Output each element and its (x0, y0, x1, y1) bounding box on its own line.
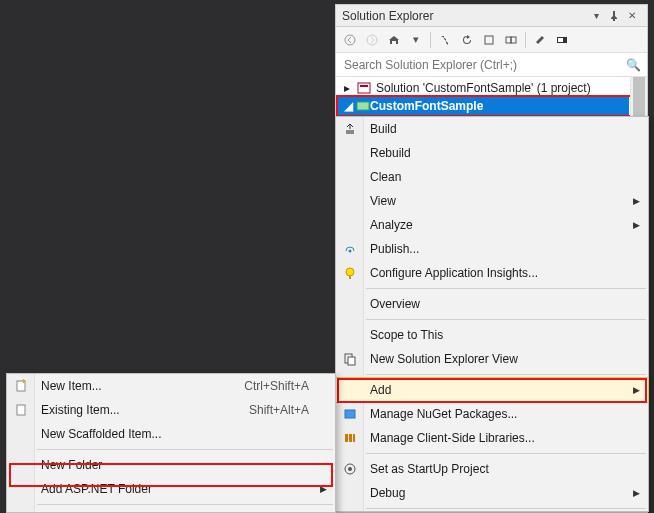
scrollbar[interactable] (630, 77, 647, 117)
menu-existing-item[interactable]: Existing Item... Shift+Alt+A (7, 398, 335, 422)
library-icon (342, 430, 358, 446)
collapse-icon[interactable]: ◢ (344, 99, 356, 113)
expand-icon[interactable]: ▸ (344, 81, 356, 95)
panel-titlebar: Solution Explorer ▾ ✕ (336, 5, 647, 27)
separator (366, 288, 646, 289)
svg-rect-15 (348, 357, 355, 365)
svg-rect-17 (345, 434, 348, 442)
existing-item-icon (13, 402, 29, 418)
svg-rect-2 (485, 36, 493, 44)
menu-new-item[interactable]: New Item... Ctrl+Shift+A (7, 374, 335, 398)
refresh-icon[interactable] (457, 30, 477, 50)
svg-point-11 (349, 250, 352, 253)
menu-startup[interactable]: Set as StartUp Project (336, 457, 648, 481)
svg-rect-3 (506, 37, 511, 43)
properties-icon[interactable] (530, 30, 550, 50)
startup-icon (342, 461, 358, 477)
menu-build[interactable]: Build (336, 117, 648, 141)
insights-icon (342, 265, 358, 281)
menu-scope[interactable]: Scope to This (336, 323, 648, 347)
separator (366, 453, 646, 454)
pin-icon[interactable] (605, 7, 623, 25)
build-icon (342, 121, 358, 137)
svg-rect-4 (511, 37, 516, 43)
solution-tree[interactable]: ▸ Solution 'CustomFontSample' (1 project… (336, 77, 647, 117)
panel-toolbar: ▾ (336, 27, 647, 53)
menu-nuget[interactable]: Manage NuGet Packages... (336, 402, 648, 426)
context-menu-main: Build Rebuild Clean View▶ Analyze▶ Publi… (335, 116, 649, 512)
svg-rect-13 (349, 276, 351, 279)
separator (37, 504, 333, 505)
menu-aspnet-folder[interactable]: Add ASP.NET Folder▶ (7, 477, 335, 501)
show-all-icon[interactable] (501, 30, 521, 50)
menu-rebuild[interactable]: Rebuild (336, 141, 648, 165)
menu-overview[interactable]: Overview (336, 292, 648, 316)
menu-new-folder[interactable]: New Folder (7, 453, 335, 477)
close-icon[interactable]: ✕ (623, 7, 641, 25)
menu-analyze[interactable]: Analyze▶ (336, 213, 648, 237)
menu-app-insights[interactable]: Configure Application Insights... (336, 261, 648, 285)
svg-rect-23 (17, 405, 25, 415)
menu-clean[interactable]: Clean (336, 165, 648, 189)
solution-icon (356, 81, 372, 95)
svg-rect-10 (346, 130, 354, 134)
dropdown-icon[interactable]: ▾ (587, 7, 605, 25)
app-root: Solution Explorer ▾ ✕ ▾ (0, 0, 654, 513)
svg-rect-8 (360, 85, 368, 87)
separator (37, 449, 333, 450)
svg-rect-7 (358, 83, 370, 93)
collapse-icon[interactable] (479, 30, 499, 50)
menu-client-libs[interactable]: Manage Client-Side Libraries... (336, 426, 648, 450)
forward-icon[interactable] (362, 30, 382, 50)
separator (366, 508, 646, 509)
menu-new-view[interactable]: New Solution Explorer View (336, 347, 648, 371)
search-box[interactable]: 🔍 (336, 53, 647, 77)
preview-icon[interactable] (552, 30, 572, 50)
chevron-right-icon: ▶ (633, 488, 640, 498)
panel-title-text: Solution Explorer (342, 9, 433, 23)
menu-view[interactable]: View▶ (336, 189, 648, 213)
project-node-selected[interactable]: ◢ CustomFontSample (336, 97, 629, 115)
chevron-right-icon: ▶ (633, 196, 640, 206)
nuget-icon (342, 406, 358, 422)
separator (366, 374, 646, 375)
project-label: CustomFontSample (370, 99, 483, 113)
home-icon[interactable] (384, 30, 404, 50)
svg-point-0 (345, 35, 355, 45)
sync-icon[interactable]: ▾ (406, 30, 426, 50)
shortcut-label: Ctrl+Shift+A (244, 379, 309, 393)
shortcut-label: Shift+Alt+A (249, 403, 309, 417)
search-input[interactable] (342, 57, 626, 73)
menu-add[interactable]: Add ▶ (336, 378, 648, 402)
svg-point-21 (348, 467, 352, 471)
menu-container-orch[interactable]: Container Orchestrator Support (7, 508, 335, 513)
solution-node[interactable]: ▸ Solution 'CustomFontSample' (1 project… (336, 79, 647, 97)
new-view-icon (342, 351, 358, 367)
back-icon[interactable] (340, 30, 360, 50)
search-icon[interactable]: 🔍 (626, 58, 641, 72)
solution-label: Solution 'CustomFontSample' (1 project) (376, 81, 591, 95)
project-icon (356, 100, 370, 112)
menu-scaffolded[interactable]: New Scaffolded Item... (7, 422, 335, 446)
new-item-icon (13, 378, 29, 394)
svg-rect-6 (558, 38, 563, 42)
chevron-right-icon: ▶ (633, 220, 640, 230)
chevron-right-icon: ▶ (320, 484, 327, 494)
svg-point-1 (367, 35, 377, 45)
separator (366, 319, 646, 320)
svg-point-12 (346, 268, 354, 276)
chevron-right-icon: ▶ (633, 385, 640, 395)
menu-publish[interactable]: Publish... (336, 237, 648, 261)
publish-icon (342, 241, 358, 257)
svg-rect-16 (345, 410, 355, 418)
context-menu-add: New Item... Ctrl+Shift+A Existing Item..… (6, 373, 336, 513)
filter-icon[interactable] (435, 30, 455, 50)
svg-rect-9 (357, 102, 369, 110)
menu-debug[interactable]: Debug▶ (336, 481, 648, 505)
svg-rect-18 (349, 434, 352, 442)
svg-rect-19 (353, 434, 355, 442)
